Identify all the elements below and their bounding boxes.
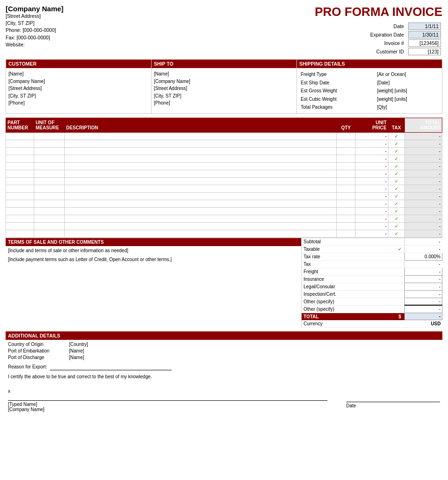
packages-val: [Qty]	[375, 103, 440, 112]
customer-id-label: Customer ID	[369, 47, 407, 56]
other1-check	[395, 298, 405, 305]
table-cell: -	[356, 192, 388, 200]
table-cell	[65, 155, 337, 162]
table-cell: -	[405, 215, 442, 222]
col-uom-header: UNIT OFMEASURE	[34, 118, 65, 132]
company-info: [Company Name] [Street Address] [City, S…	[6, 5, 224, 48]
table-cell: ✓	[388, 170, 405, 177]
other1-val: -	[405, 298, 442, 305]
table-cell	[65, 185, 337, 192]
subtotal-val: -	[405, 238, 442, 246]
table-cell	[337, 132, 356, 140]
expiration-label: Expiration Date	[369, 30, 407, 39]
discharge-row: Port of Discharge [Name]	[8, 355, 440, 360]
table-cell: ✓	[388, 162, 405, 170]
inspection-check	[395, 290, 405, 298]
origin-label: Country of Origin	[8, 342, 69, 347]
table-cell: -	[405, 140, 442, 147]
table-cell	[34, 147, 65, 155]
table-cell	[337, 147, 356, 155]
table-cell	[34, 200, 65, 207]
additional-header: ADDITIONAL DETAILS	[6, 331, 442, 340]
company-name: [Company Name]	[6, 5, 224, 13]
table-cell: ✓	[388, 200, 405, 207]
table-cell	[337, 222, 356, 230]
table-cell	[65, 162, 337, 170]
table-cell	[34, 215, 65, 222]
table-row: -✓-	[6, 147, 442, 155]
table-cell	[34, 185, 65, 192]
gross-weight-label: Est Gross Weight	[299, 87, 375, 95]
terms-line2: [Include payment terms such as Letter of…	[8, 257, 299, 262]
table-cell	[6, 177, 34, 185]
info-section: CUSTOMER SHIP TO SHIPPING DETAILS [Name]…	[6, 60, 442, 114]
table-cell: -	[356, 162, 388, 170]
table-cell: ✓	[388, 207, 405, 215]
table-cell	[6, 132, 34, 140]
table-cell: -	[405, 147, 442, 155]
table-cell	[65, 200, 337, 207]
ship-date-label: Est Ship Date	[299, 79, 375, 87]
table-cell: -	[405, 230, 442, 237]
sig-company-val: [Company Name]	[8, 407, 327, 412]
table-cell	[65, 215, 337, 222]
table-cell	[34, 230, 65, 237]
table-cell	[34, 132, 65, 140]
date-sig-label: Date	[346, 403, 440, 408]
table-cell: ✓	[388, 215, 405, 222]
info-body-row: [Name] [Company Name] [Street Address] […	[6, 68, 442, 113]
freight-label: Freight	[302, 268, 395, 275]
col-desc-header: DESCRIPTION	[65, 118, 337, 132]
bottom-section: TERMS OF SALE AND OTHER COMMENTS [Includ…	[6, 238, 442, 328]
customer-body: [Name] [Company Name] [Street Address] […	[6, 68, 152, 113]
other1-label: Other (specify)	[302, 298, 395, 305]
items-section: PARTNUMBER UNIT OFMEASURE DESCRIPTION QT…	[6, 118, 442, 238]
header: [Company Name] [Street Address] [City, S…	[6, 5, 442, 56]
table-cell	[6, 162, 34, 170]
insurance-val: -	[405, 275, 442, 283]
table-cell: -	[405, 162, 442, 170]
table-cell	[65, 207, 337, 215]
customer-header-cell: CUSTOMER	[6, 60, 152, 68]
currency-val: USD	[405, 320, 442, 328]
table-cell	[337, 140, 356, 147]
table-cell: ✓	[388, 230, 405, 237]
freight-val: -	[405, 268, 442, 275]
reason-input[interactable]	[50, 364, 172, 370]
cubic-weight-val: [weight] [units]	[375, 95, 440, 104]
shipto-street: [Street Address]	[154, 85, 294, 92]
taxrate-label: Tax rate	[302, 253, 395, 260]
invoice-num-value: [123456]	[408, 39, 441, 47]
table-cell: ✓	[388, 140, 405, 147]
table-cell	[65, 230, 337, 237]
table-row: -✓-	[6, 140, 442, 147]
invoice-meta-table: Date 1/1/11 Expiration Date 1/30/11 Invo…	[369, 22, 442, 56]
total-val: -	[405, 313, 442, 320]
table-cell	[34, 170, 65, 177]
col-price-header: UNITPRICE	[356, 118, 388, 132]
tax-label: Tax	[302, 260, 395, 268]
table-cell: -	[405, 207, 442, 215]
table-cell	[6, 170, 34, 177]
table-cell: ✓	[388, 222, 405, 230]
col-part-header: PARTNUMBER	[6, 118, 34, 132]
sig-x: x	[8, 389, 327, 394]
legal-label: Legal/Consular	[302, 283, 395, 290]
freight-check	[395, 268, 405, 275]
table-row: -✓-	[6, 162, 442, 170]
currency-check	[395, 320, 405, 328]
table-cell: -	[405, 132, 442, 140]
table-cell: -	[356, 155, 388, 162]
table-cell	[6, 147, 34, 155]
table-cell: ✓	[388, 192, 405, 200]
discharge-val: [Name]	[69, 355, 84, 360]
customer-header: CUSTOMER	[6, 60, 151, 68]
company-city: [City, ST ZIP]	[6, 20, 224, 27]
taxrate-val: 0.000%	[405, 253, 442, 260]
company-phone: Phone: [000-000-0000]	[6, 27, 224, 34]
table-cell	[337, 200, 356, 207]
table-row: -✓-	[6, 132, 442, 140]
customer-city: [City, ST ZIP]	[8, 92, 149, 100]
shipto-header-cell: SHIP TO	[152, 60, 297, 68]
table-cell	[34, 177, 65, 185]
